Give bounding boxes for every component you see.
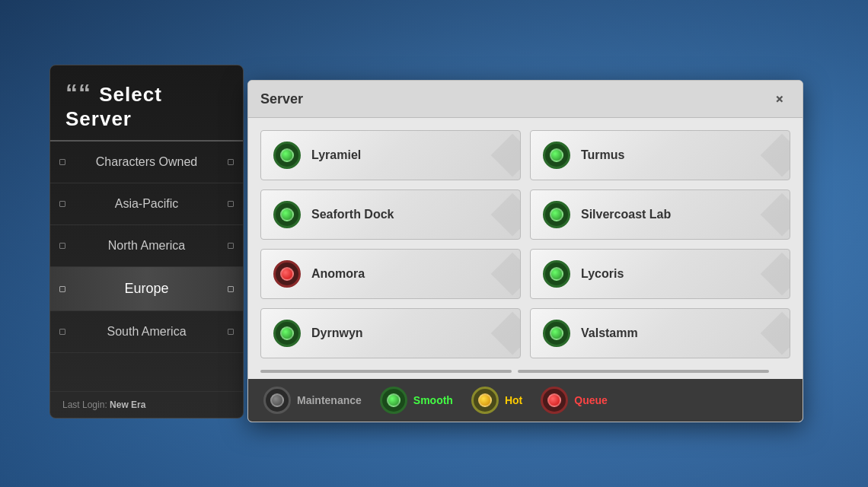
server-item-lyramiel[interactable]: Lyramiel bbox=[260, 130, 521, 180]
status-icon-smooth bbox=[543, 201, 570, 228]
legend-label-queue: Queue bbox=[574, 394, 608, 406]
legend-item-maintenance: Maintenance bbox=[263, 387, 362, 414]
scroll-bars bbox=[248, 367, 803, 379]
nav-item-europe[interactable]: Europe bbox=[50, 267, 243, 311]
server-name-dyrnwyn: Dyrnwyn bbox=[311, 326, 363, 340]
server-item-dyrnwyn[interactable]: Dyrnwyn bbox=[260, 308, 521, 358]
status-icon-smooth bbox=[543, 320, 570, 347]
scroll-bar-right bbox=[518, 370, 769, 373]
status-icon-smooth bbox=[543, 260, 570, 288]
server-grid-area[interactable]: LyramielTurmusSeaforth DockSilvercoast L… bbox=[248, 118, 803, 367]
legend-item-hot: Hot bbox=[471, 387, 522, 414]
nav-item-asia-pacific[interactable]: Asia-Pacific bbox=[50, 183, 243, 225]
legend-label-smooth: Smooth bbox=[413, 394, 453, 406]
close-button[interactable]: + bbox=[764, 84, 795, 114]
server-name-valstamm: Valstamm bbox=[581, 326, 638, 340]
server-item-turmus[interactable]: Turmus bbox=[530, 130, 790, 180]
server-item-silvercoast-lab[interactable]: Silvercoast Lab bbox=[530, 189, 790, 240]
server-name-silvercoast-lab: Silvercoast Lab bbox=[581, 208, 671, 221]
server-name-anomora: Anomora bbox=[311, 267, 365, 281]
last-login: Last Login: New Era bbox=[50, 391, 243, 418]
nav-item-south-america[interactable]: South America bbox=[50, 311, 243, 353]
modal-header: Server + bbox=[248, 81, 803, 118]
modal-title: Server bbox=[260, 91, 303, 107]
server-name-turmus: Turmus bbox=[581, 148, 624, 162]
legend-item-smooth: Smooth bbox=[380, 387, 453, 414]
server-modal: Server + LyramielTurmusSeaforth DockSilv… bbox=[247, 80, 803, 422]
status-icon-queue bbox=[273, 260, 301, 288]
server-item-seaforth-dock[interactable]: Seaforth Dock bbox=[260, 189, 521, 240]
panel-title-text: Select Server bbox=[65, 83, 162, 130]
status-icon-maintenance bbox=[263, 387, 291, 414]
nav-item-north-america[interactable]: North America bbox=[50, 225, 243, 267]
nav-item-characters-owned[interactable]: Characters Owned bbox=[50, 142, 243, 183]
server-item-anomora[interactable]: Anomora bbox=[260, 249, 521, 299]
legend-item-queue: Queue bbox=[541, 387, 608, 414]
legend-label-maintenance: Maintenance bbox=[297, 394, 362, 406]
modal-footer: MaintenanceSmoothHotQueue bbox=[248, 379, 803, 422]
left-panel: Select Server Characters OwnedAsia-Pacif… bbox=[49, 65, 244, 419]
last-login-value: New Era bbox=[110, 399, 145, 410]
server-name-lyramiel: Lyramiel bbox=[311, 148, 361, 162]
status-icon-queue bbox=[541, 387, 568, 414]
server-grid: LyramielTurmusSeaforth DockSilvercoast L… bbox=[260, 130, 790, 358]
last-login-label: Last Login: bbox=[62, 399, 107, 410]
panel-title: Select Server bbox=[50, 65, 243, 142]
scroll-bar-left bbox=[260, 370, 512, 373]
status-icon-smooth bbox=[543, 142, 570, 169]
server-name-seaforth-dock: Seaforth Dock bbox=[311, 208, 394, 221]
status-icon-smooth bbox=[273, 320, 301, 347]
status-icon-smooth bbox=[380, 387, 407, 414]
nav-items-list: Characters OwnedAsia-PacificNorth Americ… bbox=[50, 142, 243, 391]
status-icon-hot bbox=[471, 387, 499, 414]
server-item-valstamm[interactable]: Valstamm bbox=[530, 308, 790, 358]
status-icon-smooth bbox=[273, 142, 301, 169]
legend-label-hot: Hot bbox=[505, 394, 522, 406]
server-name-lycoris: Lycoris bbox=[581, 267, 624, 281]
status-icon-smooth bbox=[273, 201, 301, 228]
server-item-lycoris[interactable]: Lycoris bbox=[530, 249, 790, 299]
